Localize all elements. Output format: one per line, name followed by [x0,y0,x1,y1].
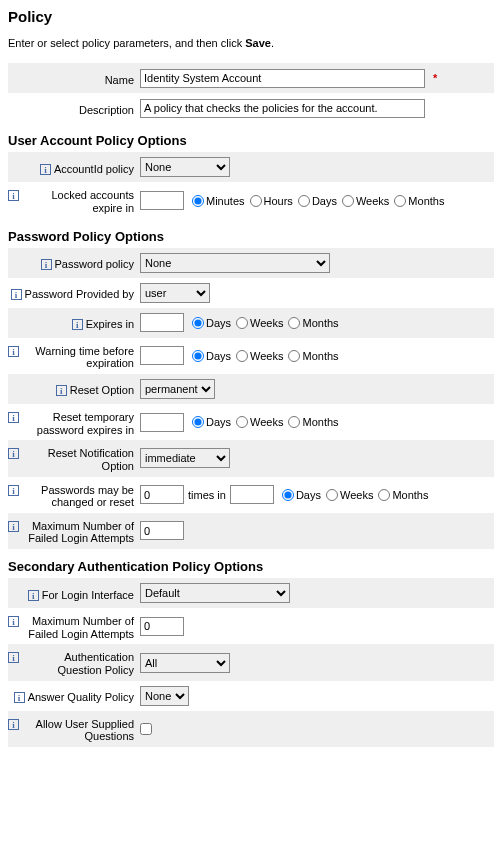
auth-question-label: Authentication Question Policy [22,651,134,676]
unit-days-radio[interactable] [192,350,204,362]
max-failed-input[interactable] [140,521,184,540]
reset-temp-label: Reset temporary password expires in [22,411,134,436]
description-label: Description [79,104,134,116]
row-accountid-policy: i AccountId policy None [8,152,494,182]
reset-notification-select[interactable]: immediate [140,448,230,468]
row-locked-expire: i Locked accounts expire in Minutes Hour… [8,182,494,218]
info-icon[interactable]: i [8,616,19,627]
info-icon[interactable]: i [8,652,19,663]
warning-time-label: Warning time before expiration [22,345,134,370]
unit-weeks-radio[interactable] [342,195,354,207]
unit-days-radio[interactable] [298,195,310,207]
unit-months-radio[interactable] [288,317,300,329]
unit-months-radio[interactable] [288,416,300,428]
times-in-text: times in [188,489,226,501]
section-user-account: User Account Policy Options [8,133,494,148]
row-warning-time: i Warning time before expiration Days We… [8,338,494,374]
info-icon[interactable]: i [40,164,51,175]
info-icon[interactable]: i [8,719,19,730]
password-policy-label: Password policy [55,258,134,270]
password-policy-select[interactable]: None [140,253,330,273]
info-icon[interactable]: i [8,448,19,459]
max-failed-sec-input[interactable] [140,617,184,636]
password-changes-label: Passwords may be changed or reset [22,484,134,509]
reset-option-label: Reset Option [70,384,134,396]
password-changes-period-input[interactable] [230,485,274,504]
expires-in-label: Expires in [86,318,134,330]
unit-weeks-radio[interactable] [326,489,338,501]
unit-minutes-radio[interactable] [192,195,204,207]
info-icon[interactable]: i [11,289,22,300]
allow-user-questions-checkbox[interactable] [140,723,152,735]
unit-days-radio[interactable] [192,317,204,329]
row-reset-notification: i Reset Notification Option immediate [8,440,494,476]
provided-by-select[interactable]: user [140,283,210,303]
info-icon[interactable]: i [8,485,19,496]
row-reset-option: i Reset Option permanent [8,374,494,404]
required-mark: * [433,72,437,84]
answer-quality-label: Answer Quality Policy [28,691,134,704]
unit-months-radio[interactable] [394,195,406,207]
info-icon[interactable]: i [41,259,52,270]
row-password-changes: i Passwords may be changed or reset time… [8,477,494,513]
row-max-failed-sec: i Maximum Number of Failed Login Attempt… [8,608,494,644]
reset-temp-input[interactable] [140,413,184,432]
locked-expire-units: Minutes Hours Days Weeks Months [192,195,447,207]
info-icon[interactable]: i [8,190,19,201]
auth-question-select[interactable]: All [140,653,230,673]
info-icon[interactable]: i [72,319,83,330]
expires-in-input[interactable] [140,313,184,332]
row-description: Description [8,93,494,123]
name-label: Name [105,74,134,86]
row-auth-question-policy: i Authentication Question Policy All [8,644,494,680]
row-answer-quality: i Answer Quality Policy None [8,681,494,711]
login-interface-select[interactable]: Default [140,583,290,603]
row-expires-in: i Expires in Days Weeks Months [8,308,494,338]
allow-user-questions-label: Allow User Supplied Questions [22,718,134,743]
page-title: Policy [8,8,494,25]
unit-weeks-radio[interactable] [236,317,248,329]
unit-months-radio[interactable] [378,489,390,501]
unit-months-radio[interactable] [288,350,300,362]
info-icon[interactable]: i [28,590,39,601]
row-allow-user-questions: i Allow User Supplied Questions [8,711,494,747]
unit-days-radio[interactable] [282,489,294,501]
max-failed-label: Maximum Number of Failed Login Attempts [22,520,134,545]
info-icon[interactable]: i [8,346,19,357]
page-intro: Enter or select policy parameters, and t… [8,36,494,51]
section-secondary-auth: Secondary Authentication Policy Options [8,559,494,574]
unit-weeks-radio[interactable] [236,416,248,428]
password-changes-count-input[interactable] [140,485,184,504]
info-icon[interactable]: i [8,521,19,532]
description-input[interactable] [140,99,425,118]
accountid-policy-label: AccountId policy [54,163,134,175]
row-reset-temp-expire: i Reset temporary password expires in Da… [8,404,494,440]
info-icon[interactable]: i [56,385,67,396]
answer-quality-select[interactable]: None [140,686,189,706]
unit-hours-radio[interactable] [250,195,262,207]
locked-expire-label: Locked accounts expire in [22,189,134,214]
reset-option-select[interactable]: permanent [140,379,215,399]
locked-expire-input[interactable] [140,191,184,210]
max-failed-sec-label: Maximum Number of Failed Login Attempts [22,615,134,640]
info-icon[interactable]: i [8,412,19,423]
section-password: Password Policy Options [8,229,494,244]
unit-days-radio[interactable] [192,416,204,428]
row-login-interface: i For Login Interface Default [8,578,494,608]
unit-weeks-radio[interactable] [236,350,248,362]
login-interface-label: For Login Interface [42,589,134,601]
row-max-failed-pwd: i Maximum Number of Failed Login Attempt… [8,513,494,549]
info-icon[interactable]: i [14,692,25,703]
row-password-policy: i Password policy None [8,248,494,278]
row-provided-by: i Password Provided by user [8,278,494,308]
name-input[interactable] [140,69,425,88]
warning-time-input[interactable] [140,346,184,365]
reset-notification-label: Reset Notification Option [22,447,134,472]
accountid-policy-select[interactable]: None [140,157,230,177]
provided-by-label: Password Provided by [25,288,134,301]
row-name: Name * [8,63,494,93]
